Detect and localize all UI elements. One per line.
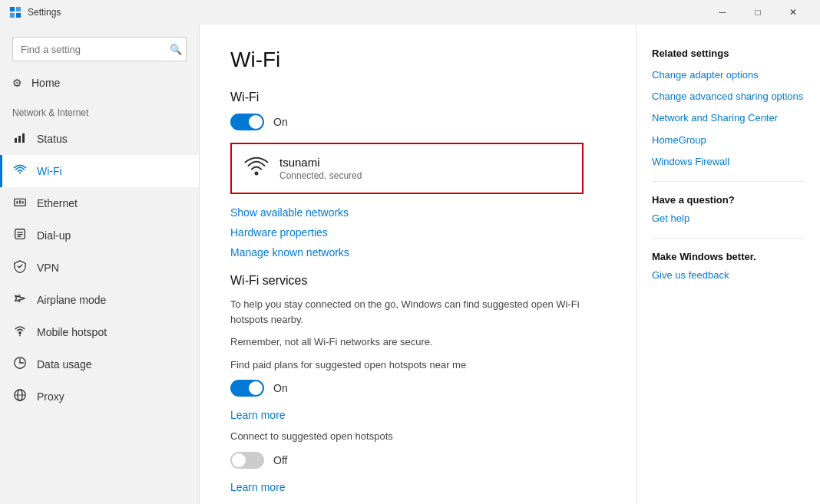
search-wrapper: 🔍 [12,37,187,61]
adapter-options-link[interactable]: Change adapter options [652,68,805,82]
question-title: Have a question? [652,194,805,206]
content-area: 🔍 ⚙ Home Network & Internet Status [0,25,820,504]
wifi-services-desc1: To help you stay connected on the go, Wi… [230,297,584,327]
right-panel: Related settings Change adapter options … [636,25,820,504]
svg-rect-3 [16,13,21,18]
svg-rect-6 [22,133,25,143]
show-networks-link[interactable]: Show available networks [230,206,605,219]
ethernet-icon [12,195,28,212]
connected-network-box[interactable]: tsunami Connected, secured [230,143,584,194]
sidebar-item-wifi[interactable]: Wi-Fi [0,155,199,187]
sidebar-item-datausage[interactable]: Data usage [0,348,199,380]
svg-point-21 [255,172,259,176]
svg-rect-4 [15,138,17,143]
svg-rect-14 [17,236,21,237]
main-content: Wi-Fi Wi-Fi On tsunami Connected [200,25,636,504]
network-sharing-center-link[interactable]: Network and Sharing Center [652,111,805,125]
svg-rect-8 [17,201,18,204]
wifi-label: Wi-Fi [37,165,62,177]
network-status: Connected, secured [279,170,362,181]
titlebar-title: Settings [28,7,705,18]
svg-point-15 [18,331,21,334]
connect-toggle-row: Off [230,452,605,469]
svg-rect-12 [17,232,22,232]
svg-rect-5 [18,136,21,143]
airplane-icon [12,292,28,308]
maximize-button[interactable]: □ [740,0,775,25]
svg-rect-1 [16,7,21,12]
sidebar-item-dialup[interactable]: Dial-up [0,219,199,252]
home-label: Home [31,77,60,89]
svg-rect-10 [22,201,24,204]
wifi-services-title: Wi-Fi services [230,274,605,288]
firewall-link[interactable]: Windows Firewall [652,155,805,169]
related-settings-title: Related settings [652,48,805,59]
datausage-label: Data usage [37,358,92,371]
titlebar: Settings ─ □ ✕ [0,0,820,25]
status-label: Status [37,133,68,145]
wifi-icon [12,163,28,180]
datausage-icon [12,356,28,373]
sidebar-item-hotspot[interactable]: Mobile hotspot [0,316,199,348]
main-window: 🔍 ⚙ Home Network & Internet Status [0,25,820,504]
svg-rect-13 [17,234,22,235]
sidebar-item-vpn[interactable]: VPN [0,252,199,284]
manage-networks-link[interactable]: Manage known networks [230,246,605,259]
panel-divider-2 [652,238,805,239]
titlebar-icon [9,6,21,18]
vpn-label: VPN [37,262,59,274]
get-help-link[interactable]: Get help [652,212,805,226]
network-info: tsunami Connected, secured [279,156,362,181]
wifi-services-desc2: Remember, not all Wi-Fi networks are sec… [230,334,584,350]
dialup-label: Dial-up [37,229,71,242]
connect-toggle[interactable] [230,452,264,469]
dialup-icon [12,227,28,244]
panel-divider-1 [652,181,805,182]
feedback-link[interactable]: Give us feedback [652,268,805,282]
connected-wifi-icon [244,155,269,182]
proxy-icon [12,388,28,405]
status-icon [12,130,28,147]
minimize-button[interactable]: ─ [705,0,740,25]
ethernet-label: Ethernet [37,197,78,209]
wifi-toggle[interactable] [230,114,264,130]
wifi-section-title: Wi-Fi [230,91,605,104]
homegroup-link[interactable]: HomeGroup [652,133,805,147]
network-name: tsunami [279,156,362,169]
sidebar: 🔍 ⚙ Home Network & Internet Status [0,25,200,504]
titlebar-controls: ─ □ ✕ [705,0,811,25]
svg-rect-0 [10,7,15,12]
sidebar-item-proxy[interactable]: Proxy [0,380,199,413]
advanced-sharing-link[interactable]: Change advanced sharing options [652,90,805,104]
paid-toggle-row: On [230,380,605,397]
wifi-toggle-label: On [273,116,288,128]
learn-more-1-link[interactable]: Learn more [230,409,605,421]
airplane-label: Airplane mode [37,294,106,306]
sidebar-item-airplane[interactable]: Airplane mode [0,284,199,316]
sidebar-header: 🔍 [0,25,199,68]
sidebar-item-ethernet[interactable]: Ethernet [0,187,199,219]
hotspot-label: Mobile hotspot [37,326,107,338]
wifi-toggle-row: On [230,114,605,130]
paid-toggle[interactable] [230,380,264,397]
sidebar-item-home[interactable]: ⚙ Home [0,68,199,98]
connect-suggested-label: Connect to suggested open hotspots [230,429,584,444]
hardware-properties-link[interactable]: Hardware properties [230,226,605,239]
sidebar-section-label: Network & Internet [0,98,199,123]
close-button[interactable]: ✕ [775,0,811,25]
make-better-title: Make Windows better. [652,251,805,262]
page-title: Wi-Fi [230,48,605,72]
svg-rect-2 [10,13,15,18]
paid-toggle-label: On [273,382,288,394]
search-input[interactable] [12,37,187,61]
learn-more-2-link[interactable]: Learn more [230,481,605,493]
home-icon: ⚙ [12,77,22,89]
paid-plans-label: Find paid plans for suggested open hotsp… [230,357,584,373]
sidebar-item-status[interactable]: Status [0,123,199,155]
vpn-icon [12,259,28,276]
svg-rect-9 [19,200,21,204]
connect-toggle-label: Off [273,454,287,466]
hotspot-icon [12,324,28,341]
proxy-label: Proxy [37,390,64,403]
search-icon[interactable]: 🔍 [170,44,182,55]
